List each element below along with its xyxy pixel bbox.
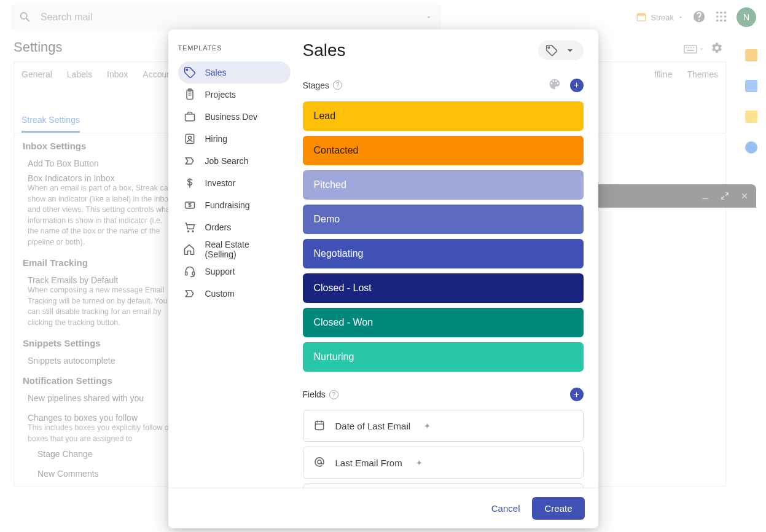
dollar-box-icon (183, 199, 197, 211)
template-item-label: Orders (205, 222, 232, 232)
stage-closed-won[interactable]: Closed - Won (303, 308, 584, 337)
cancel-button[interactable]: Cancel (491, 503, 520, 514)
magic-icon: ✦ (424, 421, 431, 431)
palette-button[interactable] (548, 77, 561, 93)
stages-label: Stages ? (303, 80, 343, 90)
template-item-fundraising[interactable]: Fundraising (178, 194, 291, 216)
tag-icon (183, 66, 197, 79)
template-item-job-search[interactable]: Job Search (178, 150, 291, 172)
template-item-support[interactable]: Support (178, 260, 291, 283)
tag-icon (545, 44, 558, 57)
template-item-investor[interactable]: Investor (178, 172, 291, 194)
add-field-button[interactable] (570, 388, 584, 401)
arrow-icon (183, 155, 197, 167)
template-item-sales[interactable]: Sales (178, 61, 291, 84)
template-item-label: Projects (205, 90, 236, 100)
calendar-icon (313, 419, 326, 433)
svg-rect-23 (186, 135, 193, 144)
field-label: Last Email From (335, 458, 402, 468)
modal-footer: Cancel Create (168, 488, 598, 528)
template-item-label: Business Dev (205, 112, 258, 122)
svg-point-27 (192, 230, 193, 232)
template-item-hiring[interactable]: Hiring (178, 128, 291, 150)
field-lead-source[interactable]: Lead Source (303, 483, 584, 488)
template-content: Sales Stages ? (291, 29, 598, 488)
chevron-down-icon (564, 44, 576, 57)
field-last-email-from[interactable]: Last Email From✦ (303, 447, 584, 479)
stage-lead[interactable]: Lead (303, 101, 584, 131)
headset-icon (183, 265, 197, 278)
arrow-icon (183, 288, 197, 300)
magic-icon: ✦ (416, 458, 423, 467)
help-icon[interactable]: ? (333, 80, 342, 90)
svg-rect-29 (192, 272, 194, 275)
template-item-custom[interactable]: Custom (178, 283, 291, 305)
fields-label: Fields ? (303, 389, 338, 399)
clipboard-icon (183, 88, 197, 101)
dollar-icon (183, 177, 197, 189)
svg-point-26 (187, 230, 189, 232)
stage-nurturing[interactable]: Nurturing (303, 342, 584, 372)
field-label: Date of Last Email (335, 421, 411, 431)
template-item-label: Investor (205, 178, 236, 188)
tag-selector[interactable] (538, 41, 584, 60)
stage-pitched[interactable]: Pitched (303, 170, 584, 200)
svg-rect-30 (315, 421, 323, 429)
template-item-orders[interactable]: Orders (178, 216, 291, 238)
template-item-label: Real Estate (Selling) (205, 240, 283, 259)
template-item-label: Job Search (205, 156, 249, 166)
badge-icon (183, 133, 197, 145)
stage-closed-lost[interactable]: Closed - Lost (303, 273, 584, 303)
template-item-label: Custom (205, 289, 235, 299)
template-item-label: Hiring (205, 134, 228, 144)
template-item-label: Support (205, 267, 235, 276)
templates-sidebar: TEMPLATES SalesProjectsBusiness DevHirin… (168, 29, 291, 488)
create-button[interactable]: Create (532, 497, 584, 520)
templates-header: TEMPLATES (178, 44, 291, 52)
svg-point-34 (318, 460, 321, 464)
template-item-label: Fundraising (205, 200, 250, 210)
template-item-label: Sales (205, 68, 227, 77)
template-modal: TEMPLATES SalesProjectsBusiness DevHirin… (168, 29, 598, 528)
stage-demo[interactable]: Demo (303, 205, 584, 234)
help-icon[interactable]: ? (329, 390, 338, 399)
modal-backdrop: TEMPLATES SalesProjectsBusiness DevHirin… (0, 0, 766, 532)
template-item-projects[interactable]: Projects (178, 84, 291, 106)
stage-contacted[interactable]: Contacted (303, 136, 584, 165)
stage-negotiating[interactable]: Negotiating (303, 239, 584, 268)
template-title: Sales (303, 41, 346, 60)
add-stage-button[interactable] (570, 79, 584, 92)
briefcase-icon (183, 111, 197, 123)
svg-rect-22 (185, 114, 194, 121)
template-item-real-estate-selling-[interactable]: Real Estate (Selling) (178, 238, 291, 260)
cart-icon (183, 221, 197, 233)
home-icon (183, 243, 197, 256)
template-item-business-dev[interactable]: Business Dev (178, 106, 291, 128)
svg-rect-28 (185, 272, 187, 275)
field-date-of-last-email[interactable]: Date of Last Email✦ (303, 410, 584, 442)
svg-point-24 (188, 136, 191, 139)
at-icon (313, 456, 326, 470)
